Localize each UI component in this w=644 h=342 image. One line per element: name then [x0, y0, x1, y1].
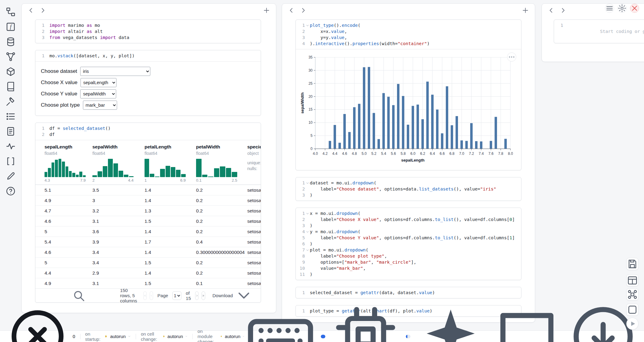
plot-type-select[interactable]: mark_bar: [83, 101, 117, 110]
y-value-select[interactable]: sepalWidth: [80, 89, 116, 98]
table-cell: 4.4: [45, 268, 92, 278]
code-editor-dataset-dropdown[interactable]: 1dataset = mo.ui.dropdown(2 label="Choos…: [296, 177, 521, 201]
x-value-select[interactable]: sepalLength: [80, 78, 116, 87]
table-row[interactable]: 53.41.50.2setosa: [35, 257, 261, 268]
sidebar-item-functions[interactable]: f: [5, 22, 16, 32]
search-icon[interactable]: [40, 289, 117, 302]
run-all-button[interactable]: [626, 318, 639, 330]
prev-page-button[interactable]: [150, 291, 153, 300]
add-cell-button[interactable]: [521, 6, 529, 14]
sidebar-item-documentation[interactable]: [5, 81, 16, 92]
fold-chevron-icon[interactable]: [305, 180, 310, 186]
code-editor-xy-dropdowns[interactable]: 1x = mo.ui.dropdown(2 label="Choose X va…: [296, 208, 521, 280]
code-editor-empty[interactable]: 1 Start coding or generate with AI.: [554, 20, 644, 43]
errors-indicator[interactable]: 0: [4, 303, 75, 342]
column-header-sepalLength[interactable]: sepalLengthfloat644.37.9: [45, 144, 92, 183]
altair-bar-chart[interactable]: 4.04.24.44.64.85.05.25.45.65.86.06.26.46…: [299, 52, 521, 167]
table-cell: 3.5: [92, 185, 145, 195]
table-row[interactable]: 5.43.91.70.4setosa: [35, 237, 261, 247]
table-row[interactable]: 4.73.21.30.2setosa: [35, 205, 261, 216]
table-cell: 3: [92, 195, 145, 205]
collapse-left-button[interactable]: [288, 6, 295, 14]
module-change-mode-toggle[interactable]: on module change:autorun: [198, 329, 245, 342]
fold-chevron-icon[interactable]: [305, 22, 310, 28]
svg-text:7.6: 7.6: [488, 151, 494, 156]
code-editor-dataframe[interactable]: 1df = selected_dataset()2df: [35, 123, 261, 140]
sidebar-item-scratchpad[interactable]: [5, 171, 16, 181]
sidebar-item-datasources[interactable]: [5, 37, 16, 47]
fold-chevron-icon[interactable]: [305, 229, 310, 235]
table-cell: 1.4: [145, 195, 196, 205]
line-number: 1: [296, 210, 305, 216]
sidebar-item-variables[interactable]: [5, 156, 16, 166]
page-select[interactable]: 1: [172, 291, 181, 300]
table-row[interactable]: 4.63.11.50.2setosa: [35, 216, 261, 226]
save-button[interactable]: [626, 258, 639, 270]
svg-text:4.8: 4.8: [352, 151, 357, 156]
table-cell: setosa: [247, 268, 261, 278]
expand-right-button[interactable]: [559, 6, 567, 14]
shortcuts-button[interactable]: [626, 288, 639, 301]
feedback-icon[interactable]: [491, 301, 563, 342]
sidebar-item-tools[interactable]: [5, 96, 16, 107]
svg-text:4.4: 4.4: [332, 151, 338, 156]
startup-mode-toggle[interactable]: on startup:autorun: [85, 331, 131, 342]
table-cell: 3.1: [92, 278, 145, 288]
code-line: 1plot_type().encode(: [296, 22, 519, 28]
svg-text:35: 35: [309, 55, 313, 59]
sidebar-item-explorer[interactable]: [5, 7, 16, 17]
code-line: 1mo.vstack([dataset, x, y, plot]): [35, 53, 258, 59]
code-line: 2import altair as alt: [35, 28, 258, 34]
expand-right-button[interactable]: [299, 6, 307, 14]
keyboard-icon[interactable]: [245, 301, 317, 342]
ai-sparkle-icon[interactable]: [415, 301, 487, 342]
code-editor-imports[interactable]: 1import marimo as mo2import altair as al…: [35, 20, 261, 43]
line-number: 3: [296, 223, 305, 229]
generate-with-ai-link[interactable]: generate: [642, 29, 644, 34]
placeholder-text: Start coding or: [600, 29, 643, 34]
fold-chevron-icon[interactable]: [305, 247, 310, 253]
zap-icon: [220, 334, 223, 339]
table-cell: 5.4: [45, 237, 92, 247]
line-number: 6: [296, 241, 305, 247]
column-header-petalWidth[interactable]: petalWidthfloat640.12.5: [196, 144, 247, 183]
last-page-button[interactable]: [202, 291, 205, 300]
table-row[interactable]: 53.61.40.2setosa: [35, 226, 261, 237]
column-header-sepalWidth[interactable]: sepalWidthfloat6424.4: [92, 144, 145, 183]
sidebar-item-help[interactable]: [5, 186, 16, 196]
chart-actions-button[interactable]: [507, 52, 516, 62]
code-editor-vstack[interactable]: 1mo.vstack([dataset, x, y, plot]): [35, 50, 261, 61]
collapse-left-button[interactable]: [547, 6, 555, 14]
settings-button[interactable]: [617, 4, 627, 13]
add-cell-button[interactable]: [263, 6, 270, 14]
next-page-button[interactable]: [195, 291, 199, 300]
table-cell: 5.1: [45, 185, 92, 195]
table-row[interactable]: 4.931.40.2setosa: [35, 195, 261, 205]
expand-right-button[interactable]: [39, 6, 47, 14]
collapse-left-button[interactable]: [27, 6, 35, 14]
console-button[interactable]: [626, 304, 639, 316]
table-cell: setosa: [247, 206, 261, 216]
code-editor-selected-dataset[interactable]: 1selected_dataset = getattr(data, datase…: [296, 287, 521, 298]
cell-change-mode-toggle[interactable]: on cell change:autorun: [141, 331, 188, 342]
chevron-left-icon: [150, 292, 153, 300]
sidebar-item-tracing[interactable]: [5, 141, 16, 151]
sidebar-item-dependencies[interactable]: [5, 52, 16, 62]
table-row[interactable]: 4.63.41.40.30000000000000004setosa: [35, 247, 261, 257]
sidebar-item-files[interactable]: [5, 126, 16, 137]
shutdown-button[interactable]: [630, 4, 639, 13]
column-header-petalLength[interactable]: petalLengthfloat6416.9: [145, 144, 196, 183]
sidebar-item-packages[interactable]: [5, 66, 16, 77]
table-cell: 1.5: [145, 278, 196, 288]
line-number: 1: [35, 22, 45, 28]
layout-button[interactable]: [626, 274, 639, 287]
sidebar-item-outline[interactable]: [5, 111, 16, 122]
dataset-select[interactable]: iris: [80, 67, 150, 76]
column-header-species[interactable]: speciesobjectunique:nulls:: [247, 144, 261, 183]
notebook-menu-button[interactable]: [605, 4, 614, 13]
first-page-button[interactable]: [143, 291, 147, 300]
code-editor-plot[interactable]: 1plot_type().encode(2 x=x.value,3 y=y.va…: [296, 20, 521, 49]
fold-chevron-icon[interactable]: [305, 210, 310, 216]
table-row[interactable]: 4.42.91.40.2setosa: [35, 268, 261, 278]
table-row[interactable]: 5.13.51.40.2setosa: [35, 185, 261, 195]
